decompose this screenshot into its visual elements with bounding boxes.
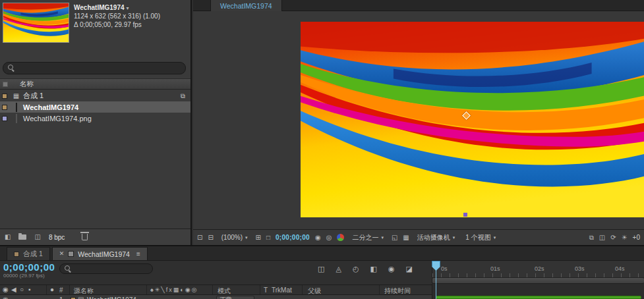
panel-menu-icon[interactable]: ≡ — [136, 251, 140, 258]
source-name-column-header[interactable]: 源名称 — [74, 286, 94, 296]
column-divider — [260, 285, 260, 294]
show-channels-icon[interactable] — [337, 234, 344, 241]
footage-title[interactable]: WechatIMG1974▾ — [74, 3, 160, 12]
composition-icon: ▦ — [12, 93, 20, 99]
layer-edge-handle[interactable] — [463, 213, 467, 217]
project-list-header: 名称 — [0, 78, 190, 90]
label-color-swatch[interactable] — [2, 94, 7, 99]
list-item-label: 合成 1 — [23, 91, 44, 101]
name-column-header[interactable]: 名称 — [20, 80, 34, 89]
show-snapshot-icon[interactable]: ◎ — [326, 234, 332, 241]
motion-blur-icon[interactable]: ◉ — [388, 265, 395, 273]
layer-duration-bar[interactable] — [436, 296, 641, 299]
draft-3d-icon[interactable]: ◬ — [336, 265, 341, 273]
pixel-aspect-icon[interactable]: ◫ — [599, 234, 605, 241]
composition-image[interactable] — [301, 22, 644, 217]
interpret-footage-icon[interactable]: ◧ — [5, 234, 11, 240]
graph-editor-icon[interactable]: ◪ — [406, 265, 413, 273]
parent-column-header[interactable]: 父级 — [308, 286, 321, 296]
shy-layers-icon[interactable]: ◴ — [353, 265, 359, 273]
mode-column-header[interactable]: 模式 — [218, 286, 231, 296]
snapshot-icon[interactable]: ◉ — [315, 234, 321, 241]
tab-composition-viewer[interactable]: WechatIMG1974 — [210, 0, 282, 11]
composition-viewer-panel: WechatIMG1974 ⊡ ⊟ (100%) ▾ ⊞ □ 0;00;00;0… — [193, 0, 644, 245]
blend-mode-dropdown[interactable]: 正常 ▾ — [216, 296, 254, 299]
viewer-tab-bar: WechatIMG1974 — [193, 0, 644, 11]
trkmat-column-header[interactable]: TrkMat — [272, 286, 292, 294]
zoom-level-value: (100%) — [221, 234, 243, 241]
label-color-swatch[interactable] — [2, 116, 7, 121]
layer-name[interactable]: WechatIMG1974 — [87, 296, 136, 299]
column-divider — [146, 285, 147, 294]
list-item-footage[interactable]: WechatIMG1974 — [0, 101, 190, 113]
viewer-tab-label: WechatIMG1974 — [220, 2, 272, 10]
footage-title-text: WechatIMG1974 — [74, 4, 125, 11]
mini-flowchart-icon[interactable]: ◫ — [318, 265, 324, 273]
close-icon[interactable]: ✕ — [59, 251, 65, 257]
comp-icon — [68, 251, 74, 257]
new-composition-icon[interactable]: ◫ — [34, 234, 40, 240]
column-divider — [302, 285, 303, 294]
project-panel: WechatIMG1974▾ 1124 x 632 (562 x 316) (1… — [0, 0, 192, 245]
region-of-interest-icon[interactable]: ◱ — [392, 234, 397, 241]
frame-blend-icon[interactable]: ◧ — [370, 265, 376, 273]
view-count-dropdown[interactable]: 1 个视图 ▾ — [463, 232, 498, 243]
monitor-icon[interactable]: ⊟ — [208, 234, 213, 241]
viewer-toolbar-right: ⧉ ◫ ⟳ ☀ +0 — [589, 234, 640, 241]
mask-visibility-icon[interactable]: □ — [266, 234, 270, 241]
frame-counter: 00000 (29.97 fps) — [3, 273, 45, 279]
viewer-toolbar: ⊡ ⊟ (100%) ▾ ⊞ □ 0;00;00;00 ◉ ◎ 二分之一 ▾ ◱… — [193, 229, 644, 245]
footage-thumbnail — [3, 3, 69, 43]
column-divider — [69, 285, 70, 294]
camera-value: 活动摄像机 — [417, 233, 450, 242]
camera-dropdown[interactable]: 活动摄像机 ▾ — [415, 232, 458, 243]
current-timecode[interactable]: 0;00;00;00 — [3, 261, 55, 273]
audio-column-icon[interactable]: ◀ — [11, 286, 16, 293]
resolution-value: 二分之一 — [352, 233, 378, 242]
refresh-icon[interactable]: ⟳ — [610, 234, 616, 241]
exposure-icon[interactable]: ☀ — [622, 234, 628, 241]
timeline-search-input[interactable] — [59, 263, 153, 274]
png-file-icon — [12, 115, 20, 122]
zoom-level-dropdown[interactable]: (100%) ▾ — [219, 233, 250, 242]
list-item-label: WechatIMG1974 — [23, 103, 78, 111]
tab-wechatimg-label: WechatIMG1974 — [78, 250, 130, 258]
grid-guides-icon[interactable]: ⊞ — [256, 234, 261, 241]
column-divider — [212, 285, 213, 294]
duration-column-header[interactable]: 持续时间 — [384, 286, 411, 296]
layer-visibility-icon[interactable]: ◉ — [3, 296, 9, 299]
project-search-input[interactable] — [3, 62, 186, 74]
transparency-grid-icon[interactable]: ▦ — [403, 234, 409, 241]
tab-wechatimg[interactable]: ✕ WechatIMG1974 ≡ — [52, 247, 148, 260]
viewer-timecode[interactable]: 0;00;00;00 — [276, 234, 310, 241]
multi-view-icon[interactable]: ⧉ — [589, 234, 594, 241]
video-column-icon[interactable]: ◉ — [3, 286, 9, 293]
tab-comp1[interactable]: 合成 1 — [7, 247, 50, 260]
layer-switches-icons[interactable]: ♠✳╲fx▦◐◉◎ — [150, 286, 198, 293]
playhead-line — [436, 269, 436, 299]
view-count-value: 1 个视图 — [465, 233, 490, 242]
ruler-ticks — [432, 273, 644, 277]
view-layout-icon[interactable]: ⊡ — [197, 234, 202, 241]
number-column-header[interactable]: # — [59, 286, 63, 294]
exposure-value[interactable]: +0 — [633, 234, 640, 241]
label-column-icon[interactable]: ● — [50, 286, 54, 293]
search-icon — [65, 265, 72, 273]
after-effects-window: WechatIMG1974▾ 1124 x 632 (562 x 316) (1… — [0, 0, 644, 299]
time-ruler[interactable]: 0s 01s 02s 03s 04s — [432, 261, 644, 278]
solo-column-icon[interactable]: ○ — [20, 286, 24, 293]
bit-depth-button[interactable]: 8 bpc — [49, 234, 65, 241]
list-item-comp1[interactable]: ▦ 合成 1 ⧉ — [0, 90, 190, 101]
chevron-down-icon: ▾ — [494, 235, 496, 240]
work-area-bar[interactable] — [432, 278, 644, 284]
t-column-header[interactable]: T — [264, 286, 268, 294]
resolution-dropdown[interactable]: 二分之一 ▾ — [349, 232, 386, 243]
trash-icon[interactable] — [82, 234, 88, 240]
list-item-png[interactable]: WechatIMG1974.png — [0, 113, 190, 124]
composition-stage[interactable] — [193, 11, 644, 229]
layer-row[interactable]: ◉ 1 ▤ WechatIMG1974 正常 ▾ — [0, 295, 432, 299]
lock-column-icon[interactable]: ▪ — [28, 286, 31, 293]
label-color-swatch[interactable] — [2, 105, 7, 110]
list-item-label: WechatIMG1974.png — [23, 115, 92, 122]
new-folder-icon[interactable] — [18, 234, 26, 240]
